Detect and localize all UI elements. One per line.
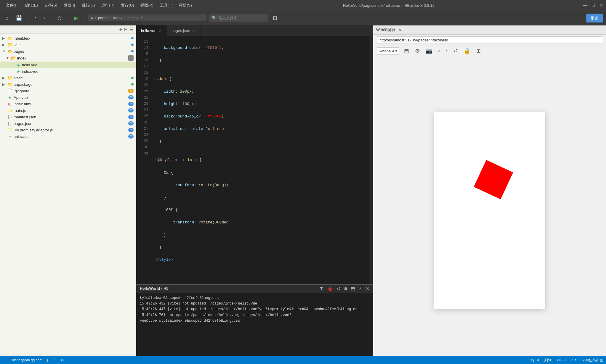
browser-close-button[interactable]: ✕ [398, 28, 402, 32]
title-bar: 文件(F) 编辑(E) 选择(S) 查找(I) 跳转(G) 运行(R) 发行(U… [0, 0, 606, 11]
device-label: iPhone 4 [379, 49, 394, 53]
menu-view[interactable]: 视图(V) [137, 1, 156, 9]
folder-icon: 📁 [7, 75, 12, 80]
tree-item-unpackage[interactable]: ▶ 📁 unpackage [0, 81, 136, 88]
file-scss-icon: ~ [7, 134, 12, 139]
search-box[interactable]: 🔍 输入文件名 [209, 14, 268, 22]
terminal-rerun-icon[interactable]: ↺ [337, 286, 341, 291]
save-button[interactable]: 💾 [13, 13, 25, 23]
new-file-icon[interactable]: + [119, 27, 122, 32]
tree-item-gitignore[interactable]: 📄 .gitignore A [0, 88, 136, 94]
grid-icon[interactable]: ⊞ [474, 47, 482, 55]
menu-edit[interactable]: 编辑(E) [22, 1, 41, 9]
preview-button[interactable]: 预览 [586, 14, 603, 22]
main-layout: + ⊟ ☰ ▶ 📁 .hbuilderx ▶ 📁 .vite ▼ 📂 [0, 25, 606, 364]
settings-icon[interactable]: ⚙ [413, 47, 421, 55]
menu-icon[interactable]: ☰ [129, 27, 134, 32]
menu-jump[interactable]: 跳转(G) [79, 1, 98, 9]
tree-item-manifest[interactable]: { } manifest.json ? [0, 114, 136, 120]
editor-tabs: hello.vue ✕ pages.json ✕ [136, 25, 373, 36]
tree-item-pages[interactable]: ▼ 📂 pages [0, 48, 136, 54]
tree-item-main-js[interactable]: JS main.js ? [0, 107, 136, 114]
code-editor[interactable]: 13 14 15 16 17 18 19 20 21 22 23 24 25 2… [136, 36, 373, 284]
syntax-info: Vue [570, 358, 577, 362]
tree-item-hello-vue[interactable]: ◈ hello.vue [0, 62, 136, 68]
col-info: 列:9 [544, 358, 551, 363]
menu-find[interactable]: 查找(I) [61, 1, 78, 9]
menu-bar: 文件(F) 编辑(E) 选择(S) 查找(I) 跳转(G) 运行(R) 发行(U… [3, 1, 195, 9]
status-dot [131, 37, 134, 39]
browser-device-bar: iPhone 4 ▾ ⬒ ⚙ 📷 ‹ › ↺ 🔒 ⊞ [373, 46, 606, 56]
tree-item-uni-scss[interactable]: ~ uni.scss ? [0, 133, 136, 140]
tree-item-index-vue[interactable]: ◈ index.vue [0, 68, 136, 75]
tree-label: hello.vue [22, 63, 134, 67]
minimize-button[interactable]: — [583, 3, 587, 8]
tree-item-index-html[interactable]: ⊞ index.html ? [0, 101, 136, 107]
tree-item-index[interactable]: ▼ 📂 index [0, 54, 136, 62]
forward-button[interactable]: › [41, 13, 47, 22]
inspect-icon[interactable]: ⬒ [402, 47, 411, 55]
tab-close-icon[interactable]: ✕ [193, 29, 195, 33]
toolbar-separator-4 [84, 14, 84, 22]
menu-publish[interactable]: 发行(U) [118, 1, 137, 9]
breadcrumb-file[interactable]: hello.vue [127, 16, 143, 20]
back-button[interactable]: ‹ [32, 13, 39, 22]
list-icon[interactable]: ☰ [53, 358, 56, 362]
file-json-icon: { } [7, 115, 12, 119]
tree-item-static[interactable]: ▶ 📁 static [0, 75, 136, 81]
window-controls: — □ ✕ [583, 3, 603, 8]
run-button[interactable]: ▶ [72, 13, 81, 23]
terminal-stop-icon[interactable]: ■ [344, 286, 347, 291]
tab-hello-vue[interactable]: hello.vue ✕ [136, 25, 167, 36]
refresh-icon[interactable]: ↺ [452, 47, 460, 55]
tree-item-hbuilderx[interactable]: ▶ 📁 .hbuilderx [0, 35, 136, 41]
tree-item-app-vue[interactable]: ◈ App.vue ? [0, 94, 136, 101]
tree-item-pages-json[interactable]: { } pages.json ? [0, 120, 136, 127]
menu-tools[interactable]: 工具(T) [157, 1, 176, 9]
tab-close-icon[interactable]: ✕ [159, 29, 162, 33]
screenshot-icon[interactable]: 📷 [424, 47, 434, 55]
collapse-icon-2[interactable]: ⊟ [155, 159, 156, 162]
breadcrumb[interactable]: ≡ › pages › index › hello.vue [88, 15, 206, 21]
tree-label: uni.promisify.adaptor.js [14, 128, 127, 132]
file-badge: A [128, 89, 134, 93]
tab-pages-json[interactable]: pages.json ✕ [167, 25, 201, 36]
terminal-external-icon[interactable]: ⬒ [351, 286, 355, 291]
menu-run[interactable]: 运行(R) [98, 1, 117, 9]
terminal-filter-icon[interactable]: ▼ [319, 286, 324, 291]
arrow-icon: ▶ [2, 83, 6, 86]
url-bar[interactable]: http://localhost:5173/#/pages/index/hell… [376, 36, 603, 44]
filter-button[interactable]: ⊟ [270, 13, 280, 23]
back-nav-icon[interactable]: ‹ [436, 47, 442, 55]
menu-help[interactable]: 帮助(S) [176, 1, 195, 9]
settings-icon[interactable]: ⚙ [61, 358, 64, 362]
menu-file[interactable]: 文件(F) [3, 1, 22, 9]
close-button[interactable]: ✕ [599, 3, 603, 8]
collapse-icon[interactable]: ⊟ [124, 27, 128, 32]
device-select[interactable]: iPhone 4 ▾ [376, 47, 400, 55]
sidebar: + ⊟ ☰ ▶ 📁 .hbuilderx ▶ 📁 .vite ▼ 📂 [0, 25, 136, 364]
minimap [369, 36, 373, 284]
collapse-icon[interactable]: ⊟ [155, 78, 156, 81]
terminal-close-icon[interactable]: ✕ [366, 286, 370, 291]
breadcrumb-sep-1: › [95, 16, 96, 20]
file-badge: ? [128, 121, 134, 125]
status-bar: 👤 vicdor@vip.qq.com | ☰ ⚙ 行:31 列:9 UTF-8… [0, 356, 606, 364]
maximize-button[interactable]: □ [592, 3, 595, 8]
home-button[interactable]: ⌂ [3, 13, 11, 22]
terminal: HelloWorld - H5 ▼ 🐞 ↺ ■ ⬒ ∧ ✕ tyle&index… [136, 284, 373, 364]
tree-label: index.html [14, 102, 127, 106]
tree-item-uni-promisify[interactable]: JS uni.promisify.adaptor.js ? [0, 127, 136, 133]
tree-item-vite[interactable]: ▶ 📁 .vite [0, 41, 136, 48]
encoding-info: UTF-8 [556, 358, 566, 362]
code-content[interactable]: background-color: #f5f5f5; } ⊟.box { wid… [151, 36, 369, 284]
tab-label: hello.vue [141, 28, 156, 33]
bookmark-button[interactable]: ☆ [55, 13, 64, 23]
lock-icon[interactable]: 🔒 [462, 47, 472, 55]
breadcrumb-index[interactable]: index [113, 16, 123, 20]
terminal-bug-icon[interactable]: 🐞 [327, 286, 333, 291]
forward-nav-icon[interactable]: › [444, 47, 449, 55]
menu-select[interactable]: 选择(S) [41, 1, 60, 9]
terminal-up-icon[interactable]: ∧ [359, 286, 362, 291]
breadcrumb-pages[interactable]: pages [98, 16, 108, 20]
